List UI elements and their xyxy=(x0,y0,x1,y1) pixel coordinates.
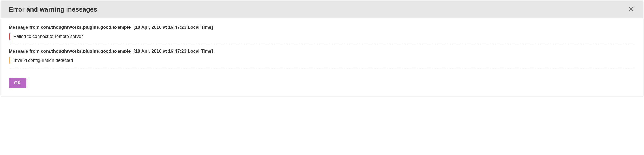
message-item: Message from com.thoughtworks.plugins.go… xyxy=(9,25,635,44)
message-from-label: Message from com.thoughtworks.plugins.go… xyxy=(9,49,132,54)
message-detail: Failed to connect to remote server xyxy=(9,33,635,40)
close-icon[interactable]: ✕ xyxy=(627,6,635,13)
dialog-body: Message from com.thoughtworks.plugins.go… xyxy=(1,18,643,96)
message-text: Invalid configuration detected xyxy=(14,57,73,64)
message-from-label: Message from com.thoughtworks.plugins.go… xyxy=(9,25,132,30)
message-header: Message from com.thoughtworks.plugins.go… xyxy=(9,49,635,54)
dialog-header: Error and warning messages ✕ xyxy=(1,1,643,18)
severity-bar-warning xyxy=(9,57,10,64)
message-item: Message from com.thoughtworks.plugins.go… xyxy=(9,49,635,68)
dialog-title: Error and warning messages xyxy=(9,6,97,13)
severity-bar-error xyxy=(9,33,10,40)
message-detail: Invalid configuration detected xyxy=(9,57,635,64)
message-text: Failed to connect to remote server xyxy=(14,33,83,40)
message-timestamp: [18 Apr, 2018 at 16:47:23 Local Time] xyxy=(134,25,213,30)
message-timestamp: [18 Apr, 2018 at 16:47:23 Local Time] xyxy=(134,49,213,54)
error-warning-dialog: Error and warning messages ✕ Message fro… xyxy=(1,1,643,96)
ok-button[interactable]: OK xyxy=(9,78,26,88)
message-header: Message from com.thoughtworks.plugins.go… xyxy=(9,25,635,30)
